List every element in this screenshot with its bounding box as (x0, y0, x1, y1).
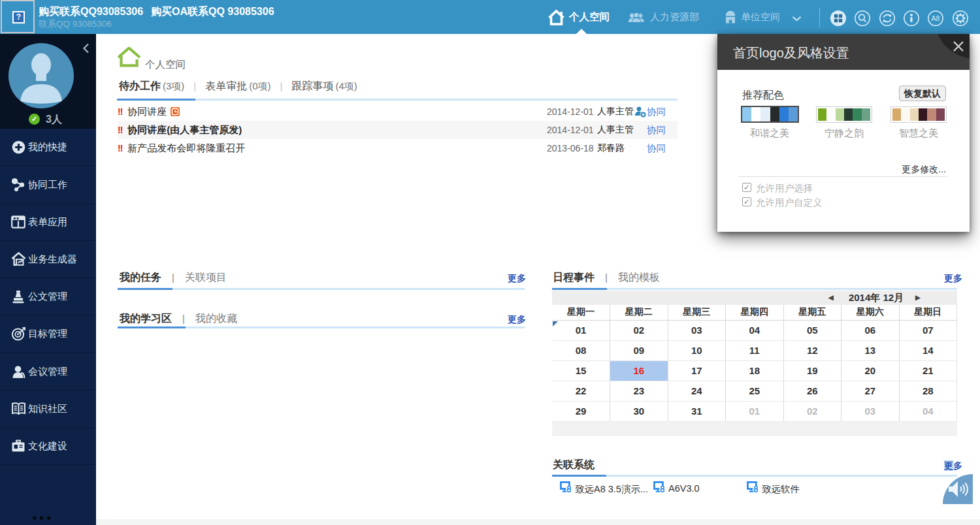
svg-text:A8: A8 (932, 14, 940, 22)
